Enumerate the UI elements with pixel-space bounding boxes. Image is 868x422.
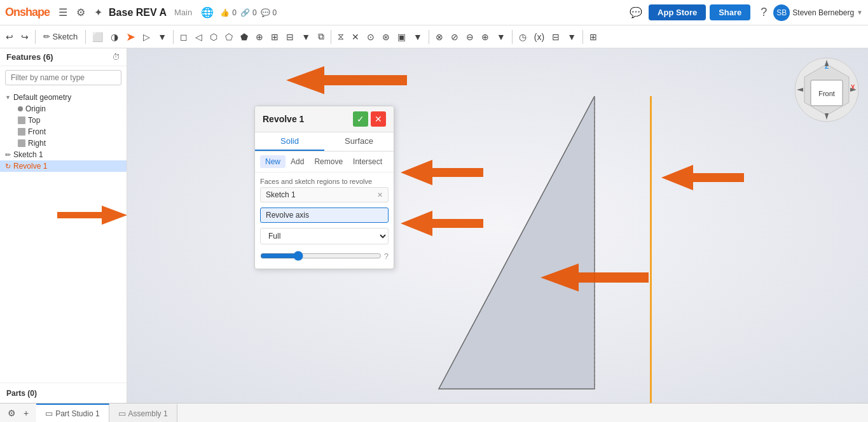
revolve1-label: Revolve 1 xyxy=(13,162,47,171)
app-store-button[interactable]: App Store xyxy=(649,4,706,20)
tb-icon-11[interactable]: ⊕ xyxy=(252,30,266,44)
separator-7 xyxy=(582,30,583,44)
help-icon[interactable]: ? xyxy=(384,251,389,261)
comment-icon: 💬 xyxy=(261,8,270,17)
tb-icon-4[interactable]: ▷ xyxy=(140,30,153,44)
bottom-add-icon[interactable]: + xyxy=(21,407,31,419)
revolve-header: Revolve 1 ✓ ✕ xyxy=(255,106,394,132)
sketch-button[interactable]: ✏ Sketch xyxy=(39,30,82,43)
tb-icon-22[interactable]: ⊗ xyxy=(432,30,446,44)
redo-button[interactable]: ↪ xyxy=(18,30,32,44)
face-clear-icon[interactable]: ✕ xyxy=(377,191,383,199)
revolve-axis-field[interactable]: Revolve axis xyxy=(260,207,389,223)
main-area: Features (6) ⏱ ▼ Default geometry Origin… xyxy=(0,48,868,403)
arrow-top-toolbar xyxy=(286,61,413,101)
tree-item-top[interactable]: Top xyxy=(3,115,127,126)
tb-icon-6[interactable]: ◻ xyxy=(177,30,191,44)
tb-icon-26[interactable]: ▼ xyxy=(493,30,509,44)
tb-icon-29[interactable]: ⊟ xyxy=(549,30,563,44)
tb-icon-9[interactable]: ⬠ xyxy=(222,30,236,44)
subtab-new[interactable]: New xyxy=(260,155,286,168)
tb-icon-17[interactable]: ✕ xyxy=(348,30,362,44)
menu-button[interactable]: ☰ xyxy=(56,5,70,20)
tb-icon-2[interactable]: ◑ xyxy=(107,30,121,44)
tb-icon-10[interactable]: ⬟ xyxy=(237,30,251,44)
revolve-title: Revolve 1 xyxy=(263,114,304,124)
tb-icon-7[interactable]: ◁ xyxy=(192,30,205,44)
onshape-logo: Onshape xyxy=(5,6,50,19)
svg-marker-7 xyxy=(661,165,744,190)
tree-item-origin[interactable]: Origin xyxy=(3,103,127,115)
tab-solid[interactable]: Solid xyxy=(255,132,324,151)
subtab-add[interactable]: Add xyxy=(286,155,309,168)
tb-icon-16[interactable]: ⧖ xyxy=(334,29,347,44)
undo-button[interactable]: ↩ xyxy=(3,30,17,44)
tb-icon-25[interactable]: ⊕ xyxy=(478,30,492,44)
tree-item-right[interactable]: Right xyxy=(3,137,127,149)
tree-group-default-geometry[interactable]: ▼ Default geometry xyxy=(0,92,127,103)
svg-marker-5 xyxy=(401,211,483,236)
view-cube[interactable]: Front Z X xyxy=(792,55,862,125)
face-value: Sketch 1 xyxy=(266,190,296,199)
tb-icon-27[interactable]: ◷ xyxy=(516,30,530,44)
tree-item-revolve1[interactable]: ↻ Revolve 1 xyxy=(0,160,127,172)
tb-icon-1[interactable]: ⬜ xyxy=(89,30,106,44)
arrow-axis-input xyxy=(401,207,490,241)
revolve-confirm-button[interactable]: ✓ xyxy=(353,111,368,127)
tb-icon-3[interactable]: ➤ xyxy=(123,28,139,46)
plane-icon xyxy=(18,116,25,124)
filter-input[interactable] xyxy=(5,70,121,85)
front-label: Front xyxy=(28,127,46,136)
revolve-cancel-button[interactable]: ✕ xyxy=(371,111,386,127)
tab-part-studio[interactable]: ▭ Part Studio 1 xyxy=(36,404,109,423)
settings-button[interactable]: ✦ xyxy=(92,5,105,20)
features-title: Features (6) xyxy=(6,52,53,62)
globe-icon[interactable]: 🌐 xyxy=(198,5,216,20)
tb-icon-23[interactable]: ⊘ xyxy=(448,30,462,44)
separator-4 xyxy=(331,30,331,44)
tb-icon-19[interactable]: ⊛ xyxy=(379,30,393,44)
share-button[interactable]: Share xyxy=(710,4,750,20)
tb-icon-12[interactable]: ⊞ xyxy=(268,30,282,44)
svg-marker-0 xyxy=(57,206,127,225)
canvas[interactable]: ⊕ xyxy=(127,48,868,403)
user-menu[interactable]: SB Steven Berneberg ▼ xyxy=(773,4,863,21)
bottom-bar-left: ⚙ + xyxy=(0,407,36,419)
subtab-remove[interactable]: Remove xyxy=(309,155,348,168)
angle-type-select[interactable]: Full One Direction Symmetric xyxy=(260,228,389,244)
link-count: 0 xyxy=(252,8,257,17)
tree-item-front[interactable]: Front xyxy=(3,126,127,137)
arrow-revolve-panel xyxy=(401,157,490,190)
subtab-intersect[interactable]: Intersect xyxy=(348,155,387,168)
feature-tree: ▼ Default geometry Origin Top Front xyxy=(0,89,127,383)
tb-icon-24[interactable]: ⊖ xyxy=(463,30,477,44)
tab-assembly[interactable]: ▭ Assembly 1 xyxy=(109,404,177,423)
tb-icon-8[interactable]: ⬡ xyxy=(207,30,221,44)
chat-button[interactable]: 💬 xyxy=(627,5,645,20)
tb-icon-15[interactable]: ⧉ xyxy=(315,29,327,44)
angle-slider[interactable] xyxy=(260,251,382,261)
filter-button[interactable]: ⚙ xyxy=(74,5,88,20)
link-icon: 🔗 xyxy=(240,8,250,17)
help-button[interactable]: ? xyxy=(758,4,769,20)
tab-surface[interactable]: Surface xyxy=(324,132,394,151)
tb-icon-31[interactable]: ⊞ xyxy=(586,30,600,44)
tb-icon-13[interactable]: ⊟ xyxy=(283,30,297,44)
user-dropdown-icon: ▼ xyxy=(857,9,863,16)
shape-svg xyxy=(432,96,661,403)
tb-icon-21[interactable]: ▼ xyxy=(410,30,425,44)
tb-icon-5[interactable]: ▼ xyxy=(155,30,170,44)
tb-icon-20[interactable]: ▣ xyxy=(394,30,409,44)
face-field[interactable]: Sketch 1 ✕ xyxy=(260,187,389,202)
tb-icon-30[interactable]: ▼ xyxy=(564,30,579,44)
tb-icon-18[interactable]: ⊙ xyxy=(364,30,378,44)
separator-2 xyxy=(85,30,86,44)
arrow-canvas-center xyxy=(541,258,655,299)
doc-title: Base REV A xyxy=(109,7,167,18)
bottom-settings-icon[interactable]: ⚙ xyxy=(5,407,18,419)
tree-item-sketch1[interactable]: ✏ Sketch 1 xyxy=(0,149,127,160)
revolve-tabs: Solid Surface xyxy=(255,132,394,151)
branch-label: Main xyxy=(174,8,192,17)
tb-icon-28[interactable]: (x) xyxy=(531,30,548,44)
tb-icon-14[interactable]: ▼ xyxy=(298,30,313,44)
